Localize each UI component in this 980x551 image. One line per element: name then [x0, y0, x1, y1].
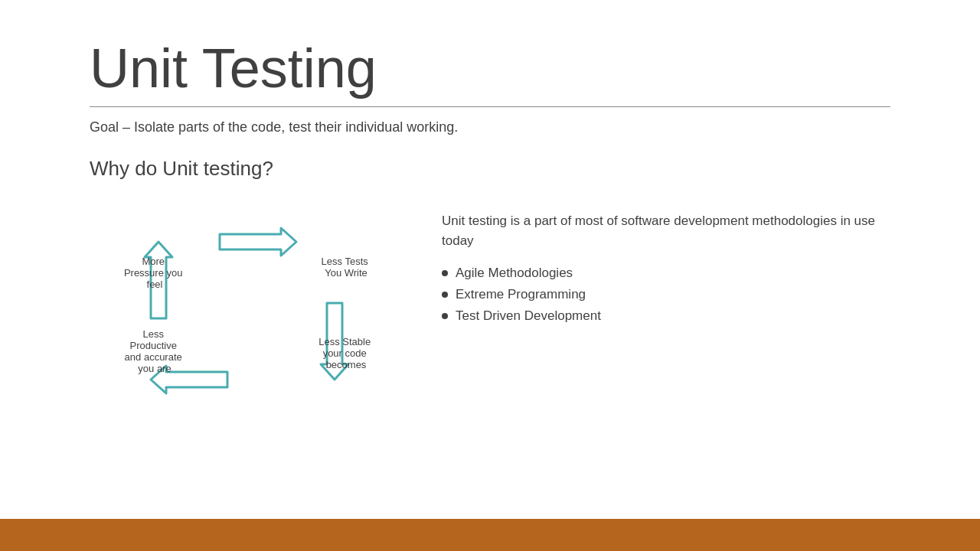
footer-bar: [0, 519, 980, 551]
list-item: Extreme Programming: [442, 284, 890, 305]
bullet-text: Extreme Programming: [456, 287, 586, 302]
bullet-icon: [442, 292, 448, 298]
svg-text:Less Tests
            You Wri: Less Tests You Write: [322, 256, 371, 279]
description-text: Unit testing is a part of most of softwa…: [442, 211, 890, 250]
cycle-svg: More Pressure you feel Less Tests You Wr…: [90, 196, 411, 425]
svg-text:Less
            Productive
  : Less Productive and accurate you are: [125, 328, 185, 374]
list-item: Test Driven Development: [442, 305, 890, 327]
title-divider: [90, 106, 890, 107]
bullet-icon: [442, 313, 448, 319]
svg-marker-0: [220, 228, 296, 256]
svg-text:More
            Pressure you
: More Pressure you feel: [124, 256, 185, 290]
content-area: Unit Testing Goal – Isolate parts of the…: [0, 0, 980, 425]
list-item: Agile Methodologies: [442, 262, 890, 284]
cycle-diagram: More Pressure you feel Less Tests You Wr…: [90, 196, 411, 425]
main-content: More Pressure you feel Less Tests You Wr…: [90, 196, 890, 425]
right-content: Unit testing is a part of most of softwa…: [442, 196, 890, 327]
bullet-text: Test Driven Development: [456, 308, 601, 324]
slide-title: Unit Testing: [90, 38, 890, 99]
slide: Unit Testing Goal – Isolate parts of the…: [0, 0, 980, 551]
svg-text:Less Stable
            your c: Less Stable your code becomes: [318, 336, 374, 370]
bullet-icon: [442, 270, 448, 276]
goal-text: Goal – Isolate parts of the code, test t…: [90, 119, 890, 135]
bullet-text: Agile Methodologies: [456, 266, 573, 281]
bullet-list: Agile Methodologies Extreme Programming …: [442, 262, 890, 327]
why-heading: Why do Unit testing?: [90, 157, 890, 181]
